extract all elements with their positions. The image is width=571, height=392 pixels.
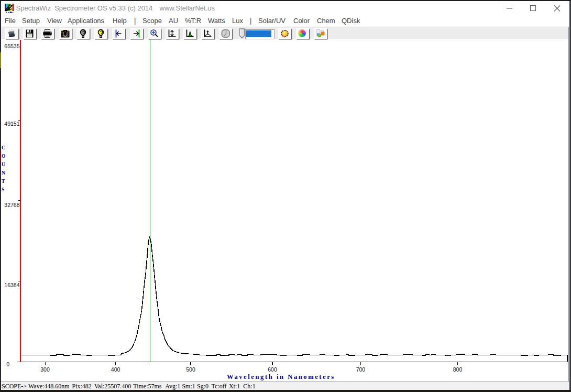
svg-text:T: T xyxy=(2,179,5,184)
svg-text:U: U xyxy=(2,162,5,167)
svg-text:S: S xyxy=(2,187,4,192)
svg-text:800: 800 xyxy=(453,366,463,373)
svg-text:0: 0 xyxy=(6,361,9,367)
svg-text:65535: 65535 xyxy=(4,43,19,49)
svg-text:16384: 16384 xyxy=(4,282,19,288)
svg-text:N: N xyxy=(2,170,5,176)
svg-text:300: 300 xyxy=(40,366,50,373)
svg-text:600: 600 xyxy=(268,366,277,373)
svg-text:C: C xyxy=(2,145,5,150)
svg-text:400: 400 xyxy=(111,366,120,373)
svg-text:49151: 49151 xyxy=(4,121,19,127)
svg-text:500: 500 xyxy=(186,366,195,373)
svg-text:700: 700 xyxy=(356,366,366,373)
svg-text:O: O xyxy=(2,154,5,159)
svg-text:Wavelength in Nanometers: Wavelength in Nanometers xyxy=(227,373,335,380)
svg-text:32768: 32768 xyxy=(4,202,19,208)
